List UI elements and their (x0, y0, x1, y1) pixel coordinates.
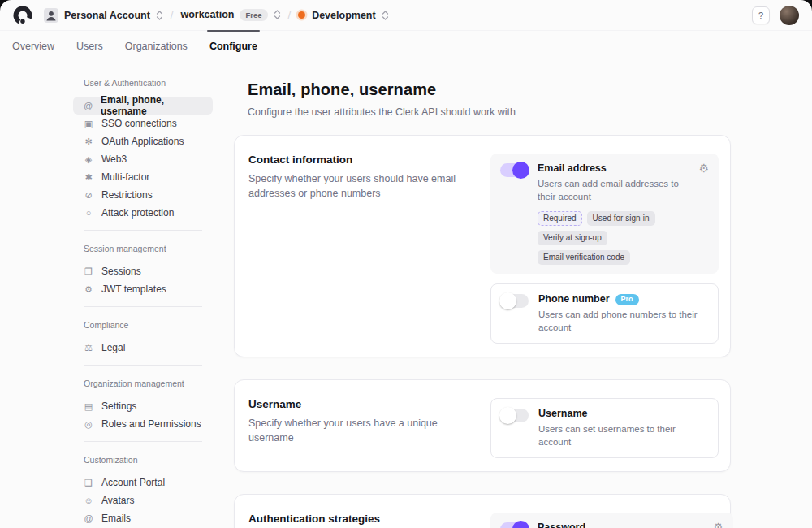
sidebar-item-web3[interactable]: ◈Web3 (73, 150, 213, 168)
sidebar-divider (84, 306, 202, 307)
sso-icon: ▣ (83, 119, 94, 128)
toggle-phone-number[interactable] (501, 294, 529, 308)
sidebar-item-sessions[interactable]: ❐Sessions (73, 262, 213, 280)
setting-body: Email addressUsers can add email address… (538, 162, 682, 265)
setting-badges: RequiredUsed for sign-inVerify at sign-u… (538, 211, 682, 265)
card-username: UsernameSpecify whether your users have … (234, 379, 731, 472)
toggle-email-address[interactable] (500, 163, 528, 177)
sidebar-item-label: Attack protection (102, 207, 174, 219)
breadcrumb-application[interactable]: workcation Free (180, 9, 280, 21)
sidebar-item-settings[interactable]: ▤Settings (73, 397, 213, 415)
sessions-icon: ❐ (83, 267, 94, 276)
badge-verify-at-sign-up: Verify at sign-up (538, 231, 607, 245)
gear-icon[interactable]: ⚙ (713, 522, 723, 528)
gear-icon: ⚙ (83, 285, 94, 294)
account-avatar (44, 8, 58, 23)
breadcrumb-separator: / (288, 9, 292, 21)
web3-icon: ◈ (83, 155, 94, 164)
breadcrumb-label: Personal Account (64, 10, 150, 21)
sidebar-item-label: Restrictions (102, 189, 153, 201)
sidebar-section-label: User & Authentication (73, 79, 213, 88)
card-description: Specify whether your users should have e… (248, 172, 462, 201)
sidebar-item-avatars[interactable]: ☺Avatars (73, 491, 213, 509)
badge-used-for-sign-in: Used for sign-in (587, 211, 655, 226)
setting-name: Password (538, 522, 697, 528)
setting-name: Phone numberPro (538, 293, 708, 305)
card-info: Authentication strategiesSelect the auth… (248, 513, 490, 528)
setting-name: Email address (538, 162, 682, 175)
setting-name-label: Phone number (538, 293, 610, 305)
sidebar-item-label: JWT templates (102, 283, 166, 295)
sidebar-item-jwt-templates[interactable]: ⚙JWT templates (73, 280, 213, 298)
sidebar-item-label: Multi-factor (102, 171, 149, 183)
sidebar-section-label: Session management (73, 245, 213, 253)
sidebar-item-account-portal[interactable]: ❑Account Portal (73, 474, 213, 491)
emails-icon: @ (83, 514, 94, 523)
sidebar-item-sso-connections[interactable]: ▣SSO connections (73, 115, 213, 132)
card-title: Authentication strategies (248, 513, 462, 525)
sidebar-item-roles-and-permissions[interactable]: ◎Roles and Permissions (73, 415, 213, 433)
main-content: Email, phone, username Configure the use… (234, 77, 731, 528)
chevron-updown-icon (382, 10, 389, 21)
app-window: Personal Account / workcation Free / Dev… (0, 0, 812, 528)
gear-icon[interactable]: ⚙ (698, 162, 709, 174)
lock-icon: ⊘ (83, 191, 94, 200)
help-button[interactable]: ? (752, 6, 770, 24)
setting-name-label: Password (538, 522, 585, 528)
shield-icon: ○ (83, 209, 94, 218)
sidebar-section-label: Compliance (73, 321, 213, 330)
sidebar-section-label: Customization (73, 456, 213, 465)
setting-description: Users can add phone numbers to their acc… (538, 309, 708, 334)
toggle-password[interactable] (500, 522, 528, 528)
card-title: Username (248, 398, 462, 410)
sidebar: User & Authentication@Email, phone, user… (73, 79, 213, 527)
avatars-icon: ☺ (83, 496, 94, 505)
sidebar-item-oauth-applications[interactable]: ✻OAuth Applications (73, 132, 213, 150)
toggle-username[interactable] (501, 409, 529, 422)
roles-icon: ◎ (83, 420, 94, 429)
setting-username: UsernameUsers can set usernames to their… (490, 398, 719, 458)
setting-description: Users can add email addresses to their a… (538, 178, 682, 203)
user-avatar[interactable] (780, 6, 799, 25)
sidebar-item-label: Settings (102, 400, 136, 412)
sidebar-section-label: Organization management (73, 379, 213, 388)
fingerprint-icon: @ (83, 102, 93, 110)
sidebar-item-label: Sessions (102, 266, 141, 277)
breadcrumb: Personal Account / workcation Free / Dev… (44, 8, 389, 23)
top-bar: Personal Account / workcation Free / Dev… (0, 0, 812, 30)
sidebar-item-legal[interactable]: ⚖Legal (73, 339, 213, 357)
sidebar-item-label: SSO connections (102, 118, 177, 129)
sidebar-item-label: Roles and Permissions (102, 418, 201, 430)
card-description: Specify whether your users have a unique… (248, 417, 462, 445)
sidebar-item-attack-protection[interactable]: ○Attack protection (73, 204, 213, 222)
sidebar-item-restrictions[interactable]: ⊘Restrictions (73, 186, 213, 204)
setting-body: UsernameUsers can set usernames to their… (538, 408, 708, 448)
sidebar-item-label: Account Portal (102, 477, 165, 488)
page-title: Email, phone, username (248, 80, 731, 99)
breadcrumb-environment[interactable]: Development (298, 10, 389, 21)
sidebar-item-email-phone-username[interactable]: @Email, phone, username (73, 97, 213, 115)
sidebar-item-label: Emails (102, 513, 131, 524)
sidebar-item-emails[interactable]: @Emails (73, 509, 213, 527)
sidebar-item-label: Email, phone, username (101, 94, 205, 117)
clerk-logo-icon[interactable] (13, 6, 32, 25)
toggle-knob (499, 292, 516, 309)
oauth-icon: ✻ (83, 137, 94, 146)
card-settings: PasswordUsers can sign in with a passwor… (490, 513, 733, 528)
tab-overview[interactable]: Overview (12, 31, 54, 63)
pro-badge: Pro (615, 294, 639, 305)
sidebar-divider (84, 230, 202, 231)
settings-icon: ▤ (83, 402, 94, 411)
tab-configure[interactable]: Configure (209, 31, 257, 63)
toggle-knob (512, 162, 529, 179)
cards: Contact informationSpecify whether your … (234, 135, 731, 528)
environment-dot-icon (298, 11, 305, 19)
tab-bar: OverviewUsersOrganizationsConfigure (0, 30, 812, 63)
breadcrumb-personal-account[interactable]: Personal Account (44, 8, 163, 23)
tab-organizations[interactable]: Organizations (125, 31, 188, 63)
legal-icon: ⚖ (83, 344, 94, 353)
portal-icon: ❑ (83, 478, 94, 487)
tab-users[interactable]: Users (76, 31, 103, 63)
sidebar-item-multi-factor[interactable]: ✱Multi-factor (73, 168, 213, 186)
setting-body: Phone numberProUsers can add phone numbe… (538, 293, 708, 334)
